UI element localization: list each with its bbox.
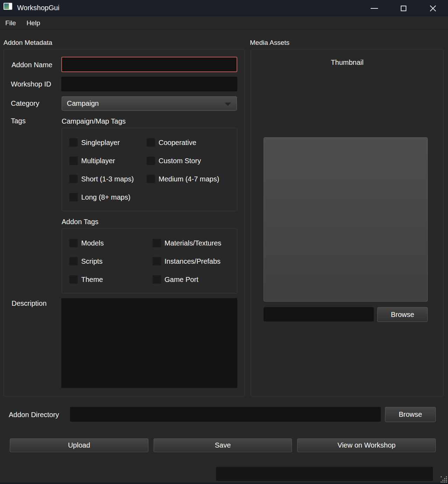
checkbox-label: Multiplayer (81, 157, 115, 165)
minimize-button[interactable] (366, 0, 382, 16)
menu-item[interactable]: Help (21, 16, 46, 30)
description-textarea[interactable] (61, 298, 237, 388)
addon-tag-option[interactable]: Theme (69, 275, 153, 284)
checkbox-label: Game Port (164, 276, 198, 284)
workshop-id-label: Workshop ID (11, 80, 51, 88)
addon-name-label: Addon Name (12, 61, 52, 69)
description-label: Description (12, 299, 47, 307)
campaign-tags-title: Campaign/Map Tags (62, 117, 126, 125)
checkbox[interactable] (147, 138, 155, 147)
checkbox-label: Scripts (81, 257, 103, 265)
addon-directory-label: Addon Directory (9, 411, 59, 419)
checkbox-label: Medium (4-7 maps) (159, 175, 219, 183)
thumbnail-preview (264, 137, 428, 302)
addon-tags-title: Addon Tags (62, 218, 98, 226)
status-field (216, 467, 433, 481)
checkbox[interactable] (69, 193, 78, 201)
checkbox-label: Theme (81, 276, 103, 284)
addon-tags-grid: Models Materials/Textures Scripts Instan… (69, 239, 230, 284)
checkbox-label: Models (81, 239, 104, 247)
campaign-tag-option[interactable]: Short (1-3 maps) (69, 175, 147, 183)
checkbox-label: Instances/Prefabs (164, 257, 220, 265)
window-bottom-edge (0, 483, 448, 484)
checkbox[interactable] (69, 275, 78, 284)
tags-label: Tags (11, 117, 26, 125)
checkbox-label: Materials/Textures (164, 239, 221, 247)
close-icon (429, 5, 436, 12)
resize-grip-icon[interactable] (441, 476, 447, 483)
checkbox[interactable] (153, 239, 161, 247)
thumbnail-label: Thumbnail (251, 58, 444, 67)
workshop-id-input[interactable] (61, 77, 237, 91)
checkbox[interactable] (69, 239, 78, 247)
addon-name-input[interactable] (61, 57, 237, 72)
checkbox-label: Long (8+ maps) (81, 193, 131, 201)
action-button[interactable]: Save (154, 438, 292, 452)
thumbnail-path-input[interactable] (264, 307, 374, 321)
checkbox-label: Cooperative (159, 139, 196, 147)
checkbox-label: Short (1-3 maps) (81, 175, 134, 183)
campaign-tag-option[interactable]: Medium (4-7 maps) (147, 175, 230, 183)
checkbox[interactable] (147, 157, 155, 165)
addon-tag-option[interactable]: Materials/Textures (153, 239, 230, 247)
action-button[interactable]: View on Workshop (297, 438, 436, 452)
app-icon (4, 3, 12, 10)
titlebar: WorkshopGui (0, 0, 448, 16)
checkbox-label: Custom Story (159, 157, 201, 165)
addon-tag-option[interactable]: Game Port (153, 275, 230, 284)
thumbnail-browse-button[interactable]: Browse (377, 307, 428, 322)
campaign-tags-grid: Singleplayer Cooperative Multiplayer Cus… (69, 138, 230, 201)
addon-tag-option[interactable]: Models (69, 239, 153, 247)
checkbox[interactable] (153, 257, 161, 265)
addon-tag-option[interactable]: Instances/Prefabs (153, 257, 230, 265)
minimize-icon (371, 8, 378, 9)
checkbox[interactable] (69, 138, 78, 147)
checkbox[interactable] (69, 157, 78, 165)
app-window: WorkshopGui FileHelp Addon Metadata Addo… (0, 0, 448, 484)
menubar: FileHelp (0, 16, 448, 30)
campaign-tag-option[interactable]: Long (8+ maps) (69, 193, 147, 201)
category-dropdown[interactable]: Campaign (62, 96, 237, 111)
campaign-tag-option[interactable]: Custom Story (147, 157, 230, 165)
campaign-tag-option[interactable]: Singleplayer (69, 138, 147, 147)
checkbox[interactable] (69, 257, 78, 265)
category-selected-value: Campaign (67, 99, 99, 108)
maximize-icon (401, 6, 406, 11)
metadata-section-title: Addon Metadata (4, 39, 52, 47)
media-section-title: Media Assets (250, 39, 289, 47)
campaign-tag-option[interactable]: Cooperative (147, 138, 230, 147)
category-label: Category (11, 99, 39, 108)
action-button[interactable]: Upload (10, 438, 148, 452)
addon-directory-browse-button[interactable]: Browse (385, 407, 436, 422)
app-icon-page (9, 4, 12, 9)
checkbox[interactable] (69, 175, 78, 183)
addon-directory-input[interactable] (70, 407, 381, 422)
actions-row: UploadSaveView on Workshop (10, 438, 436, 452)
app-icon-image (4, 4, 9, 9)
close-button[interactable] (425, 0, 441, 16)
checkbox[interactable] (153, 275, 161, 284)
addon-tag-option[interactable]: Scripts (69, 257, 153, 265)
checkbox-label: Singleplayer (81, 139, 120, 147)
campaign-tag-option[interactable]: Multiplayer (69, 157, 147, 165)
menu-item[interactable]: File (0, 16, 21, 30)
chevron-down-icon (225, 103, 231, 106)
maximize-button[interactable] (396, 0, 412, 16)
checkbox[interactable] (147, 175, 155, 183)
window-title: WorkshopGui (17, 4, 59, 12)
